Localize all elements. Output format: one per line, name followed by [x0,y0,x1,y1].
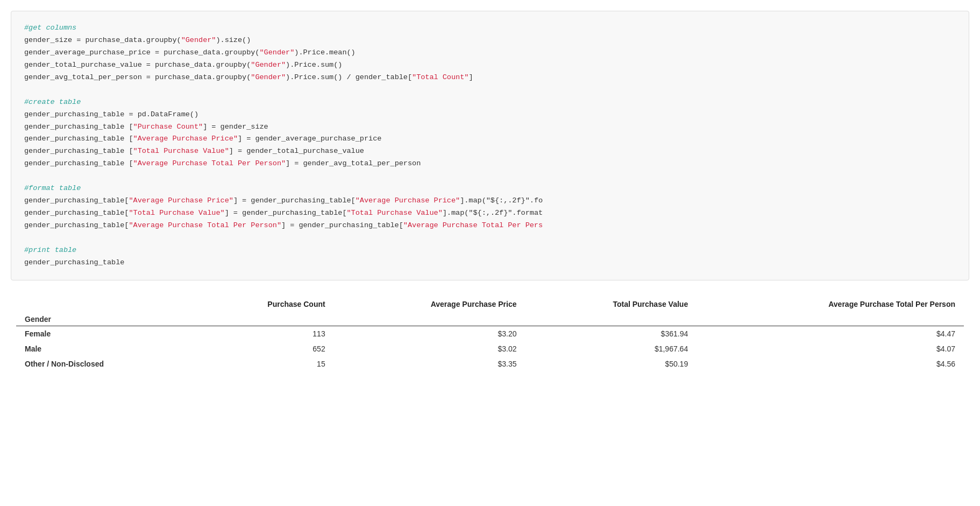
comment-format-table: #format table [24,182,956,195]
code-line: gender_purchasing_table ["Purchase Count… [24,121,956,133]
code-line: gender_purchasing_table [24,257,956,269]
table-sub-header-row: Gender [16,312,964,326]
table-row-index: Male [16,341,195,356]
table-header-row: Purchase Count Average Purchase Price To… [16,297,964,312]
table-cell: $3.20 [334,326,525,341]
sub-header-spacer-1 [195,312,334,326]
col-header-avg-total-per-person: Average Purchase Total Per Person [697,297,964,312]
table-cell: $4.47 [697,326,964,341]
code-line: gender_purchasing_table["Average Purchas… [24,195,956,207]
table-cell: $3.35 [334,356,525,371]
table-cell: 652 [195,341,334,356]
col-header-total-purchase-value: Total Purchase Value [525,297,697,312]
table-row: Other / Non-Disclosed15$3.35$50.19$4.56 [16,356,964,371]
table-row: Male652$3.02$1,967.64$4.07 [16,341,964,356]
table-cell: 15 [195,356,334,371]
table-cell: $4.07 [697,341,964,356]
code-line: gender_purchasing_table ["Average Purcha… [24,158,956,170]
table-index-label: Gender [16,312,195,326]
table-cell: $50.19 [525,356,697,371]
col-header-avg-purchase-price: Average Purchase Price [334,297,525,312]
table-row-index: Other / Non-Disclosed [16,356,195,371]
table-cell: 113 [195,326,334,341]
comment-create-table: #create table [24,96,956,109]
sub-header-spacer-4 [697,312,964,326]
data-table: Purchase Count Average Purchase Price To… [16,297,964,371]
col-header-purchase-count: Purchase Count [195,297,334,312]
code-line: gender_average_purchase_price = purchase… [24,47,956,59]
code-line: gender_purchasing_table = pd.DataFrame() [24,109,956,121]
table-cell: $4.56 [697,356,964,371]
code-block: #get columns gender_size = purchase_data… [11,11,969,280]
table-cell: $3.02 [334,341,525,356]
table-row: Female113$3.20$361.94$4.47 [16,326,964,341]
data-table-wrapper: Purchase Count Average Purchase Price To… [11,297,969,371]
comment-print-table: #print table [24,244,956,257]
code-line: gender_purchasing_table["Average Purchas… [24,220,956,232]
code-line: gender_avg_total_per_person = purchase_d… [24,72,956,84]
table-cell: $1,967.64 [525,341,697,356]
code-line: gender_purchasing_table["Total Purchase … [24,207,956,220]
table-index-header [16,297,195,312]
code-line: gender_total_purchase_value = purchase_d… [24,59,956,72]
code-line: gender_purchasing_table ["Total Purchase… [24,145,956,158]
table-row-index: Female [16,326,195,341]
sub-header-spacer-2 [334,312,525,326]
sub-header-spacer-3 [525,312,697,326]
code-line: gender_size = purchase_data.groupby("Gen… [24,34,956,47]
comment-get-columns: #get columns [24,22,956,34]
table-cell: $361.94 [525,326,697,341]
code-line: gender_purchasing_table ["Average Purcha… [24,133,956,145]
